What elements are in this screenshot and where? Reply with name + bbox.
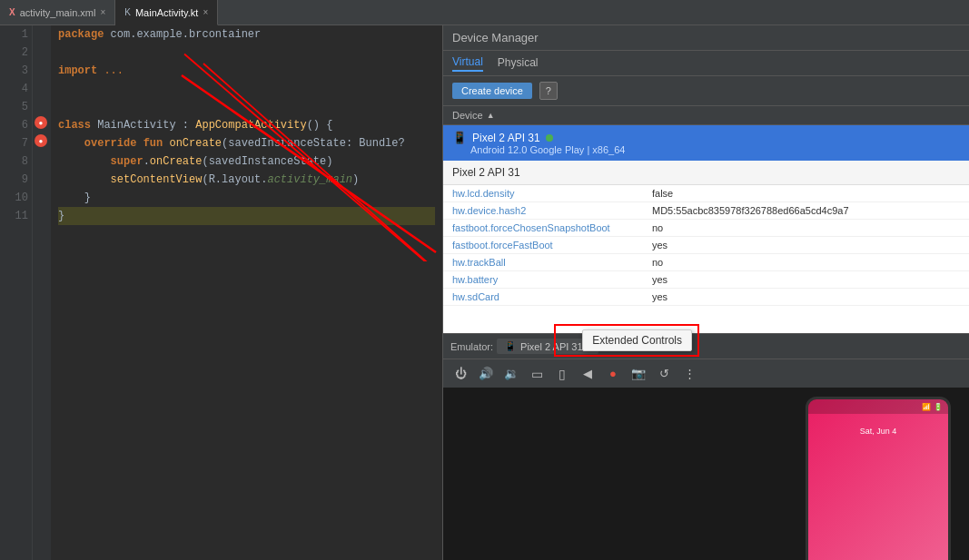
parent-class: AppCompatActivity xyxy=(195,116,306,134)
detail-val-4: no xyxy=(652,257,663,268)
keyword-package: package xyxy=(58,25,111,44)
detail-key-6: hw.sdCard xyxy=(452,291,652,302)
import-dots: ... xyxy=(104,62,124,80)
wifi-icon: 📶 xyxy=(922,403,931,411)
detail-key-5: hw.battery xyxy=(452,274,652,285)
extended-controls-button[interactable]: ↺ Extended Controls xyxy=(654,364,674,384)
detail-key-1: hw.device.hash2 xyxy=(452,205,652,216)
details-title: Pixel 2 API 31 xyxy=(443,161,969,185)
volume-down-button[interactable]: 🔉 xyxy=(501,364,521,384)
phone-frame: 📶 🔋 Sat, Jun 4 xyxy=(806,397,951,560)
line-numbers: 1 2 3 4 5 6 7 8 9 10 11 xyxy=(0,25,33,560)
stop-button[interactable]: ● xyxy=(603,364,623,384)
volume-up-button[interactable]: 🔊 xyxy=(476,364,496,384)
tab-xml[interactable]: X activity_main.xml × xyxy=(0,0,115,25)
rotate-portrait-button[interactable]: ▭ xyxy=(527,364,547,384)
emu-tab-phone-icon: 📱 xyxy=(504,340,517,352)
main-area: 1 2 3 4 5 6 7 8 9 10 11 ● ● xyxy=(0,25,969,560)
breakpoint-indicator-7[interactable]: ● xyxy=(35,134,47,147)
detail-val-2: no xyxy=(652,222,663,233)
detail-val-1: MD5:55acbc835978f326788ed66a5cd4c9a7 xyxy=(652,205,849,216)
phone-icon: 📱 xyxy=(452,131,467,144)
device-subtitle: Android 12.0 Google Play | x86_64 xyxy=(470,144,960,155)
phone-screen: 📶 🔋 Sat, Jun 4 xyxy=(808,399,948,560)
editor-content: 1 2 3 4 5 6 7 8 9 10 11 ● ● xyxy=(0,25,442,560)
keyword-super: super xyxy=(111,152,143,171)
device-list-row[interactable]: 📱 Pixel 2 API 31 Android 12.0 Google Pla… xyxy=(443,125,969,161)
emulator-controls: ⏻ 🔊 🔉 ▭ ▯ ◀ ● 📷 ↺ Extended Controls ⋮ xyxy=(443,359,969,388)
param-savedinstancestate: savedInstanceState xyxy=(228,134,346,152)
line-num-4: 4 xyxy=(4,80,28,98)
back-button[interactable]: ◀ xyxy=(578,364,598,384)
close-xml-tab[interactable]: × xyxy=(100,7,105,17)
tab-kt[interactable]: K MainActivity.kt × xyxy=(115,0,218,25)
bottom-section: Pixel 2 API 31 hw.lcd.density false hw.d… xyxy=(443,161,969,560)
keyword-override: override xyxy=(84,134,143,152)
device-status-dot xyxy=(546,134,553,142)
code-area[interactable]: package com.example.brcontainer import .… xyxy=(51,25,442,560)
screenshot-button[interactable]: 📷 xyxy=(628,364,648,384)
func-oncreate: onCreate xyxy=(169,134,222,152)
package-name: com.example.brcontainer xyxy=(111,25,262,44)
tab-bar: X activity_main.xml × K MainActivity.kt … xyxy=(0,0,969,25)
close-kt-tab[interactable]: × xyxy=(203,7,208,17)
help-button[interactable]: ? xyxy=(539,82,558,100)
more-options-button[interactable]: ⋮ xyxy=(679,364,699,384)
detail-row-4: hw.trackBall no xyxy=(443,254,969,271)
detail-row-2: fastboot.forceChosenSnapshotBoot no xyxy=(443,220,969,237)
device-row-top: 📱 Pixel 2 API 31 xyxy=(452,131,960,144)
create-device-button[interactable]: Create device xyxy=(452,83,532,99)
line-num-11: 11 xyxy=(4,207,28,225)
detail-val-6: yes xyxy=(652,291,667,302)
emu-tab-name: Pixel 2 API 31 xyxy=(520,341,583,352)
rotate-landscape-button[interactable]: ▯ xyxy=(552,364,572,384)
right-panel: Device Manager Virtual Physical Create d… xyxy=(442,25,969,560)
dm-tab-virtual[interactable]: Virtual xyxy=(452,55,483,72)
editor-area: 1 2 3 4 5 6 7 8 9 10 11 ● ● xyxy=(0,25,442,560)
detail-row-5: hw.battery yes xyxy=(443,271,969,289)
tab-xml-label: activity_main.xml xyxy=(20,7,96,18)
line-num-2: 2 xyxy=(4,44,28,62)
keyword-class: class xyxy=(58,116,97,134)
breakpoint-icon: ● xyxy=(39,119,44,127)
code-line-6: class MainActivity : AppCompatActivity()… xyxy=(58,116,435,134)
gutter: ● ● xyxy=(33,25,51,560)
detail-key-3: fastboot.forceFastBoot xyxy=(452,240,652,251)
device-column-label: Device xyxy=(452,110,483,121)
detail-val-0: false xyxy=(652,188,673,199)
code-line-7: override fun onCreate(savedInstanceState… xyxy=(58,134,435,152)
detail-row-6: hw.sdCard yes xyxy=(443,289,969,306)
tooltip-text: Extended Controls xyxy=(592,334,682,347)
detail-key-4: hw.trackBall xyxy=(452,257,652,268)
power-button[interactable]: ⏻ xyxy=(450,364,470,384)
keyword-import: import xyxy=(58,62,104,80)
device-list-header: Device ▲ xyxy=(443,106,969,125)
line-num-3: 3 xyxy=(4,62,28,80)
emulator-label: Emulator: xyxy=(450,341,493,352)
detail-val-5: yes xyxy=(652,274,667,285)
func-super-oncreate: onCreate xyxy=(150,152,203,171)
type-bundle: Bundle? xyxy=(359,134,404,152)
phone-date: Sat, Jun 4 xyxy=(808,427,948,436)
line-num-1: 1 xyxy=(4,25,28,44)
breakpoint-icon-2: ● xyxy=(39,137,44,145)
code-line-1: package com.example.brcontainer xyxy=(58,25,435,44)
keyword-fun: fun xyxy=(143,134,170,152)
line-num-7: 7 xyxy=(4,134,28,152)
device-name: Pixel 2 API 31 xyxy=(472,132,540,144)
detail-row-3: fastboot.forceFastBoot yes xyxy=(443,237,969,254)
dm-tabs: Virtual Physical xyxy=(443,51,969,76)
emulator-bar: Emulator: 📱 Pixel 2 API 31 × xyxy=(443,333,969,359)
breakpoint-indicator-6[interactable]: ● xyxy=(35,116,47,129)
layout-ref: activity_main xyxy=(267,171,352,189)
func-setcontentview: setContentView xyxy=(111,171,203,189)
code-line-2 xyxy=(58,44,435,62)
dm-title: Device Manager xyxy=(452,31,539,44)
code-line-11: } xyxy=(58,207,435,225)
detail-row-1: hw.device.hash2 MD5:55acbc835978f326788e… xyxy=(443,202,969,220)
class-name: MainActivity xyxy=(97,116,175,134)
code-line-9: setContentView(R.layout.activity_main) xyxy=(58,171,435,189)
line-num-8: 8 xyxy=(4,152,28,171)
detail-key-0: hw.lcd.density xyxy=(452,188,652,199)
dm-tab-physical[interactable]: Physical xyxy=(498,56,539,71)
